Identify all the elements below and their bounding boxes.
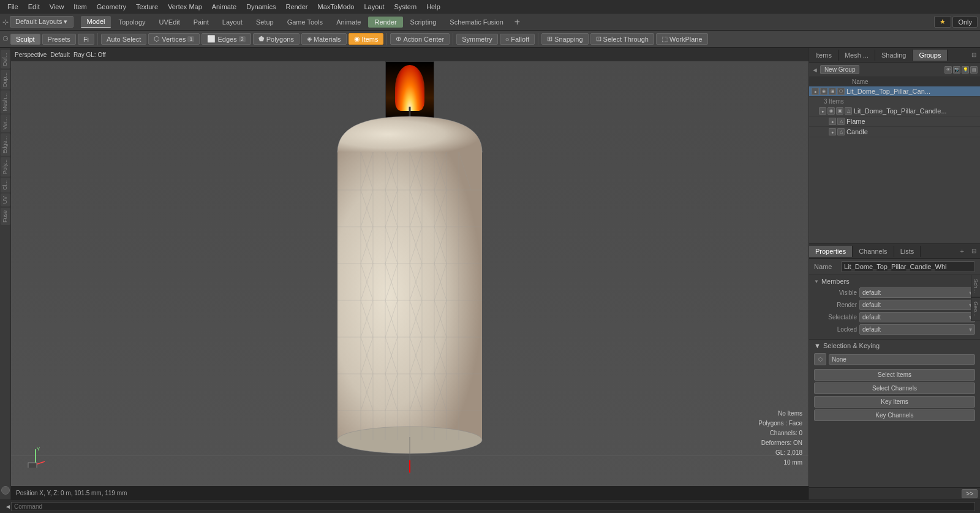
flame-mesh-icon[interactable]: △ xyxy=(837,118,845,125)
layout-dropdown[interactable]: Default Layouts ▾ xyxy=(10,16,74,28)
viewport-ray-gl[interactable]: Ray GL: Off xyxy=(74,51,106,58)
tab-groups[interactable]: Groups xyxy=(913,50,948,61)
materials-button[interactable]: ◈ Materials xyxy=(301,33,347,45)
child1-mesh-icon[interactable]: △ xyxy=(845,107,852,115)
command-input[interactable] xyxy=(11,502,975,511)
prop-add-button[interactable]: + xyxy=(957,246,968,257)
menu-edit[interactable]: Edit xyxy=(23,2,45,12)
candle-mesh-icon[interactable]: △ xyxy=(837,128,845,135)
tab-topology[interactable]: Topology xyxy=(112,17,151,28)
select-items-button[interactable]: Select Items xyxy=(814,369,975,381)
sidebar-item-mesh[interactable]: Mesh... xyxy=(1,91,10,114)
child1-render-icon[interactable]: ◉ xyxy=(827,107,835,115)
sidebar-item-cl[interactable]: Cl... xyxy=(1,178,10,192)
sel-keying-triangle[interactable]: ▼ xyxy=(814,342,821,349)
light-icon[interactable]: 💡 xyxy=(962,66,969,74)
right-vtab-geo[interactable]: Geo... xyxy=(971,297,980,321)
group-lock-icon[interactable]: ▣ xyxy=(829,88,836,95)
menu-animate[interactable]: Animate xyxy=(207,2,241,12)
star-button[interactable]: ★ xyxy=(934,16,951,28)
sidebar-item-poly[interactable]: Poly... xyxy=(1,157,10,177)
tab-model[interactable]: Model xyxy=(81,16,111,28)
group-icon[interactable]: ▤ xyxy=(970,66,978,74)
panel-close-button[interactable]: ⊟ xyxy=(968,50,980,60)
menu-file[interactable]: File xyxy=(2,2,23,12)
menu-dynamics[interactable]: Dynamics xyxy=(241,2,281,12)
members-triangle[interactable]: ▼ xyxy=(814,279,819,284)
render-select[interactable]: default ▾ xyxy=(859,300,975,310)
tab-uvedit[interactable]: UVEdit xyxy=(153,17,186,28)
tab-items[interactable]: Items xyxy=(809,50,839,61)
flame-vis-icon[interactable]: ● xyxy=(829,118,836,125)
group-vis-icon[interactable]: ● xyxy=(812,88,819,95)
tab-channels[interactable]: Channels xyxy=(853,246,894,257)
fi-button[interactable]: Fi xyxy=(78,34,94,45)
sidebar-circle-button[interactable] xyxy=(1,486,10,495)
group-child-item-candle[interactable]: ● △ Candle xyxy=(809,127,980,137)
sidebar-item-edge[interactable]: Edge... xyxy=(1,134,10,156)
eye-icon[interactable]: 👁 xyxy=(944,66,952,74)
tab-render[interactable]: Render xyxy=(368,17,402,28)
viewport-default[interactable]: Default xyxy=(50,51,70,58)
right-vtab-sch[interactable]: Sch... xyxy=(971,275,980,297)
child1-lock-icon[interactable]: ▣ xyxy=(836,107,843,115)
key-channels-button[interactable]: Key Channels xyxy=(814,409,975,421)
menu-layout[interactable]: Layout xyxy=(359,2,389,12)
menu-geometry[interactable]: Geometry xyxy=(92,2,131,12)
sidebar-item-fuse[interactable]: Fuse xyxy=(1,208,10,225)
bottom-left-arrow[interactable]: ◄ xyxy=(5,503,11,510)
tab-layout[interactable]: Layout xyxy=(216,17,249,28)
panel-expand-button[interactable]: >> xyxy=(962,489,978,498)
sidebar-item-def[interactable]: Def... xyxy=(1,50,10,69)
group-type-icon[interactable]: ⬡ xyxy=(837,88,845,95)
workplane-button[interactable]: ⬚ WorkPlane xyxy=(656,33,708,45)
groups-left-arrow[interactable]: ◄ xyxy=(812,66,818,74)
tab-lists[interactable]: Lists xyxy=(894,246,921,257)
only-button[interactable]: Only xyxy=(952,17,978,28)
tab-paint[interactable]: Paint xyxy=(187,17,215,28)
tab-animate[interactable]: Animate xyxy=(330,17,367,28)
tab-game-tools[interactable]: Game Tools xyxy=(281,17,330,28)
polygons-button[interactable]: ⬟ Polygons xyxy=(253,33,300,45)
name-field-input[interactable] xyxy=(841,261,975,272)
select-through-button[interactable]: ⊡ Select Through xyxy=(590,33,654,45)
key-items-button[interactable]: Key Items xyxy=(814,396,975,408)
falloff-button[interactable]: ○ Falloff xyxy=(500,34,535,45)
group-item-main[interactable]: ● ◉ ▣ ⬡ Lit_Dome_Top_Pillar_Can... xyxy=(809,86,980,97)
group-child-item-flame[interactable]: ● △ Flame xyxy=(809,116,980,127)
menu-render[interactable]: Render xyxy=(281,2,312,12)
none-input[interactable] xyxy=(829,354,975,365)
action-center-button[interactable]: ⊕ Action Center xyxy=(390,33,450,45)
candle-vis-icon[interactable]: ● xyxy=(829,128,836,135)
items-button[interactable]: ◉ Items xyxy=(349,33,384,45)
menu-maxtomode[interactable]: MaxToModo xyxy=(313,2,360,12)
viewport[interactable]: Perspective Default Ray GL: Off ⊞ ↺ ⊕ ⤢ … xyxy=(11,48,809,500)
camera-icon[interactable]: 📷 xyxy=(953,66,960,74)
menu-help[interactable]: Help xyxy=(421,2,445,12)
sidebar-item-dup[interactable]: Dup... xyxy=(1,70,10,89)
sidebar-item-ver[interactable]: Ver... xyxy=(1,115,10,132)
tab-properties[interactable]: Properties xyxy=(809,246,853,257)
group-render-icon[interactable]: ◉ xyxy=(820,88,827,95)
menu-system[interactable]: System xyxy=(389,2,421,12)
snapping-button[interactable]: ⊞ Snapping xyxy=(541,33,589,45)
group-child-item-1[interactable]: ● ◉ ▣ △ Lit_Dome_Top_Pillar_Candle... xyxy=(809,106,980,116)
tab-schematic-fusion[interactable]: Schematic Fusion xyxy=(443,17,509,28)
select-channels-button[interactable]: Select Channels xyxy=(814,382,975,394)
prop-close-button[interactable]: ⊟ xyxy=(968,246,980,256)
new-group-button[interactable]: New Group xyxy=(820,65,860,74)
menu-vertex-map[interactable]: Vertex Map xyxy=(163,2,207,12)
vertices-button[interactable]: ⬡ Vertices 1 xyxy=(148,33,200,45)
presets-button[interactable]: Presets xyxy=(42,34,76,45)
child1-vis-icon[interactable]: ● xyxy=(819,107,826,115)
symmetry-button[interactable]: Symmetry xyxy=(456,34,498,45)
menu-texture[interactable]: Texture xyxy=(131,2,163,12)
locked-select[interactable]: default ▾ xyxy=(859,324,975,335)
add-tab-button[interactable]: + xyxy=(511,17,524,28)
tab-setup[interactable]: Setup xyxy=(250,17,280,28)
edges-button[interactable]: ⬜ Edges 2 xyxy=(202,33,251,45)
sculpt-button[interactable]: Sculpt xyxy=(10,34,40,45)
visible-select[interactable]: default ▾ xyxy=(859,287,975,298)
none-icon[interactable]: ⬡ xyxy=(814,353,826,365)
tab-shading[interactable]: Shading xyxy=(875,50,913,61)
